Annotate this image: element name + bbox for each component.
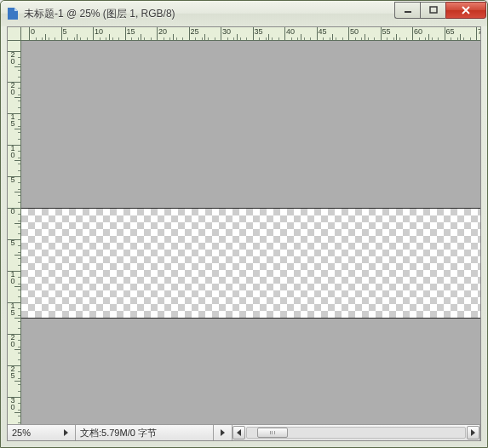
scroll-left-button[interactable]	[233, 426, 245, 439]
titlebar[interactable]: 未标题-1 @ 25% (图层 1, RGB/8)	[1, 1, 487, 26]
window-title: 未标题-1 @ 25% (图层 1, RGB/8)	[24, 7, 394, 21]
scroll-right-button[interactable]	[467, 426, 479, 439]
document-area: 0510152025303540455055606570 20201510505…	[7, 26, 481, 441]
minimize-button[interactable]	[394, 2, 420, 19]
svg-rect-0	[405, 11, 411, 13]
close-button[interactable]	[445, 2, 486, 19]
zoom-field[interactable]: 25%	[8, 425, 76, 440]
status-bar: 25% 文档: 5.79M/0 字节	[8, 424, 480, 440]
svg-rect-1	[430, 7, 437, 13]
ruler-origin-box[interactable]	[8, 27, 21, 41]
doc-label: 文档:	[80, 427, 101, 439]
window-controls	[394, 2, 486, 19]
app-icon	[6, 7, 20, 20]
zoom-value: 25%	[12, 428, 31, 438]
doc-value: 5.79M/0 字节	[101, 427, 157, 439]
doc-info[interactable]: 文档: 5.79M/0 字节	[76, 425, 214, 440]
app-window: 未标题-1 @ 25% (图层 1, RGB/8) 05101520253035…	[0, 0, 488, 448]
vertical-ruler[interactable]: 20201510505101520253035	[8, 41, 21, 424]
horizontal-ruler[interactable]: 0510152025303540455055606570	[21, 27, 480, 41]
layer-transparent-region	[21, 208, 480, 319]
scroll-thumb[interactable]	[257, 428, 288, 438]
maximize-button[interactable]	[420, 2, 445, 19]
scroll-track[interactable]	[246, 427, 466, 439]
horizontal-scrollbar[interactable]	[233, 425, 480, 440]
zoom-dropdown-icon[interactable]	[60, 425, 71, 440]
doc-info-flyout-button[interactable]	[214, 425, 233, 440]
canvas[interactable]	[21, 41, 480, 424]
